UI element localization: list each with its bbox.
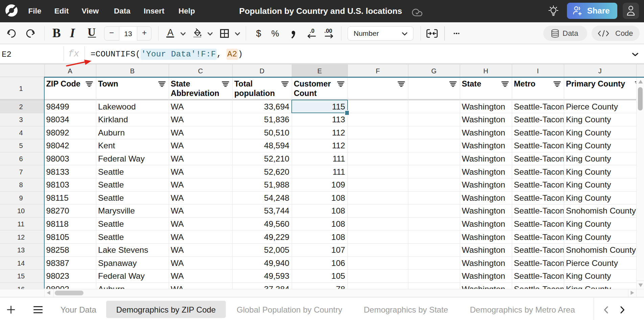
svg-text:.00: .00 bbox=[324, 28, 332, 34]
svg-text:.0: .0 bbox=[310, 28, 314, 34]
